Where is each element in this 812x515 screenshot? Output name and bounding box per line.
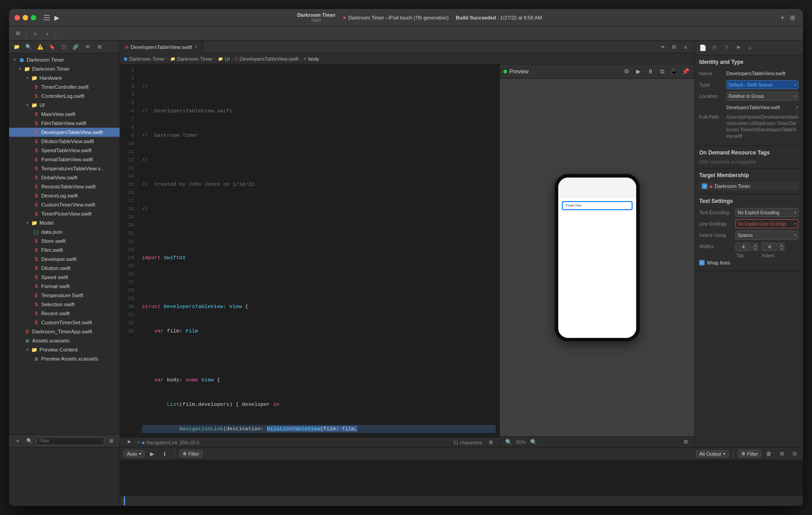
tab-close-button[interactable]: × xyxy=(194,45,197,49)
sidebar-icon-8[interactable]: ⊞ xyxy=(94,42,104,52)
sidebar-item-film[interactable]: S Film.swift xyxy=(9,245,120,255)
filter-sidebar-button[interactable]: 🔍 xyxy=(24,436,34,446)
sidebar-item-model[interactable]: ▾ 📁 Model xyxy=(9,218,120,227)
inspector-tab-file[interactable]: 📄 xyxy=(697,43,708,53)
scheme-selector[interactable]: Auto ▾ xyxy=(124,450,145,457)
tab-developerstableview[interactable]: S DevelopersTableView.swift × xyxy=(120,41,203,53)
sidebar-item-recent[interactable]: S Recent swift xyxy=(9,309,120,318)
add-editor-button[interactable]: ⊞ xyxy=(669,42,679,52)
inspector-tab-history[interactable]: ⏱ xyxy=(709,43,720,53)
sidebar-icon-4[interactable]: 🔖 xyxy=(47,42,57,52)
layout-button[interactable]: ⊞ xyxy=(788,13,798,23)
sidebar-item-recentstableview[interactable]: S RecentsTableView.swift xyxy=(9,182,120,191)
output-filter-selector[interactable]: ⊕ Filter xyxy=(738,450,761,457)
sidebar-icon-1[interactable]: 📁 xyxy=(12,42,22,52)
sidebar-item-store[interactable]: S Store.swift xyxy=(9,236,120,245)
sidebar-item-speed[interactable]: S Speed swift xyxy=(9,273,120,282)
preview-duplicate-button[interactable]: ⧉ xyxy=(657,67,667,77)
inspector-tab-quick-help[interactable]: ? xyxy=(721,43,732,53)
sidebar-icon-6[interactable]: 🔗 xyxy=(71,42,81,52)
code-content[interactable]: 12345 678910 1112131415 1617181920 21222… xyxy=(120,64,499,437)
sidebar-item-speedtableview[interactable]: S SpeedTableView.swift xyxy=(9,146,120,155)
sidebar-filter-input[interactable] xyxy=(36,437,104,445)
minimize-button[interactable] xyxy=(23,15,28,20)
target-checkbox[interactable]: ✓ xyxy=(702,183,707,189)
sidebar-item-preview-assets[interactable]: ⊞ Preview Assets.xcassets xyxy=(9,354,120,363)
indent-select[interactable]: Spaces ▾ xyxy=(735,231,798,240)
sidebar-icon-2[interactable]: 🔍 xyxy=(24,42,34,52)
sidebar-item-temperaturestableview[interactable]: S TemperaturesTableView.s... xyxy=(9,164,120,173)
sidebar-toggle-button[interactable] xyxy=(42,13,52,23)
editor-options-button[interactable]: ≡ xyxy=(681,42,691,52)
sidebar-item-hardware[interactable]: ▾ 📁 Hardware xyxy=(9,73,120,82)
tab-width-input[interactable] xyxy=(735,243,751,251)
sidebar-item-timercontroller[interactable]: S TimerController.swift xyxy=(9,82,120,91)
jump-bar-button[interactable]: ⚑ xyxy=(124,438,134,448)
sidebar-item-timerpickerview[interactable]: S TimerPickerView.swift xyxy=(9,209,120,218)
sidebar-item-assets[interactable]: ⊞ Assets.xcassets xyxy=(9,336,120,345)
inspector-tab-accessibility[interactable]: ⚑ xyxy=(733,43,744,53)
preview-pin-button[interactable]: 📌 xyxy=(681,67,691,77)
tab-stepper-down[interactable]: ▼ xyxy=(753,247,758,251)
filter-selector[interactable]: ⊕ Filter xyxy=(179,450,203,457)
preview-device-button[interactable]: 📱 xyxy=(669,67,679,77)
sidebar-item-preview-content[interactable]: ▾ 📁 Preview Content xyxy=(9,345,120,354)
bottom-play-button[interactable]: ▶ xyxy=(147,449,157,459)
preview-play-button[interactable]: ▶ xyxy=(633,67,643,77)
sidebar-icon-3[interactable]: ⚠️ xyxy=(35,42,45,52)
sidebar-icon-5[interactable]: ⬡ xyxy=(59,42,69,52)
sidebar-item-developer[interactable]: S Developer.swift xyxy=(9,255,120,264)
preview-fullscreen-button[interactable]: ⊞ xyxy=(681,437,691,447)
sidebar-item-dilution[interactable]: S Dilution.swift xyxy=(9,264,120,273)
nav-back-button[interactable]: ‹ xyxy=(30,29,40,39)
indent-stepper-down[interactable]: ▼ xyxy=(779,247,784,251)
clear-log-button[interactable]: 🗑 xyxy=(764,449,774,459)
preview-pause-button[interactable]: ⏸ xyxy=(645,67,655,77)
bottom-info-button[interactable]: ℹ xyxy=(160,449,170,459)
sidebar-item-dilutiontableview[interactable]: S DilutionTableView.swift xyxy=(9,137,120,146)
sidebar-options-button[interactable]: ⊞ xyxy=(106,436,116,446)
sidebar-item-darkroom-timer-group[interactable]: ▾ 📁 Darkroom Timer xyxy=(9,64,120,73)
close-button[interactable] xyxy=(14,15,20,20)
sidebar-item-ui[interactable]: ▾ 📁 UI xyxy=(9,101,120,110)
fullscreen-button[interactable] xyxy=(31,15,36,20)
play-button[interactable]: ▶ xyxy=(52,13,62,23)
zoom-in-button[interactable]: 🔍 xyxy=(528,437,538,447)
code-editor[interactable]: 12345 678910 1112131415 1617181920 21222… xyxy=(120,64,499,447)
sidebar-item-format[interactable]: S Format swift xyxy=(9,282,120,291)
sidebar-item-temperature[interactable]: S Temperature Swift xyxy=(9,291,120,300)
inspector-toggle-button[interactable]: ⊞ xyxy=(486,438,496,448)
type-select[interactable]: Default - Swift Source ▾ xyxy=(726,80,798,89)
inspector-tab-history2[interactable]: ≡ xyxy=(744,43,755,53)
bottom-options-button[interactable]: ⊟ xyxy=(789,449,799,459)
sidebar-item-controllerlog[interactable]: S ControllerLog.swift xyxy=(9,91,120,101)
preview-inspect-button[interactable]: ⚙ xyxy=(622,67,632,77)
device-selector[interactable]: ■ Darkroom Timer › iPod touch (7th gener… xyxy=(343,15,449,20)
sidebar-item-formattableview[interactable]: S FormatTableView.swift xyxy=(9,155,120,164)
output-selector[interactable]: All Output ▾ xyxy=(696,450,728,457)
sidebar-item-customtimerview[interactable]: S CustomTimerView.swift xyxy=(9,200,120,209)
zoom-out-button[interactable]: 🔍 xyxy=(503,437,513,447)
sidebar-item-devicelog[interactable]: S DeviceLog.swift xyxy=(9,191,120,200)
sidebar-item-filmtableview[interactable]: S FilmTableView.swift xyxy=(9,119,120,128)
sidebar-item-data-json[interactable]: { } data.json xyxy=(9,227,120,236)
add-button[interactable]: + xyxy=(778,13,788,23)
encoding-select[interactable]: No Explicit Encoding ▾ xyxy=(735,208,798,217)
indent-width-input[interactable] xyxy=(762,243,778,251)
sidebar-item-detailview[interactable]: S DetailView.swift xyxy=(9,173,120,182)
grid-view-button[interactable]: ⊞ xyxy=(13,29,23,39)
indent-stepper-up[interactable]: ▲ xyxy=(779,243,784,247)
sidebar-icon-7[interactable]: ✉ xyxy=(82,42,92,52)
sidebar-item-darkroom-timerapp[interactable]: S Darkroom_TimerApp.swift xyxy=(9,327,120,336)
line-endings-select[interactable]: No Explicit Line Endings ▾ xyxy=(735,219,798,228)
tab-stepper-up[interactable]: ▲ xyxy=(753,243,758,247)
add-file-button[interactable]: + xyxy=(13,436,23,446)
nav-forward-button[interactable]: › xyxy=(42,29,52,39)
sidebar-item-developerstableview[interactable]: S DevelopersTableView.swift xyxy=(9,128,120,137)
split-editor-button[interactable]: ⇥ xyxy=(657,42,667,52)
sidebar-item-selection[interactable]: S Selection swift xyxy=(9,300,120,309)
sidebar-item-mainview[interactable]: S MainView.swift xyxy=(9,110,120,119)
sidebar-item-customtimerset[interactable]: S CustomTimerSet.swift xyxy=(9,318,120,327)
location-select[interactable]: Relative to Group ▾ xyxy=(726,91,798,101)
split-bottom-button[interactable]: ⊞ xyxy=(777,449,787,459)
